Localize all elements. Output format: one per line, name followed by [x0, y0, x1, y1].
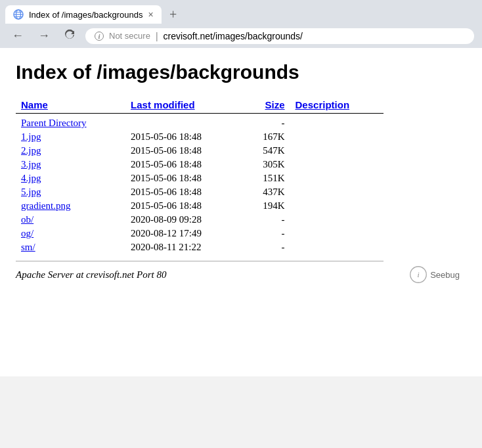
table-cell-description	[290, 144, 383, 158]
forward-button[interactable]: →	[34, 28, 54, 44]
table-cell-description	[290, 213, 383, 227]
table-row: 1.jpg2015-05-06 18:48167K	[16, 130, 383, 144]
table-row: og/2020-08-12 17:49-	[16, 227, 383, 240]
col-description-link[interactable]: Description	[296, 99, 350, 110]
table-cell-name: ob/	[16, 213, 125, 227]
tab-icon	[13, 9, 24, 20]
table-cell-description	[290, 116, 383, 130]
footer-divider	[16, 261, 383, 261]
url-text: crevisoft.net/images/backgrounds/	[164, 31, 303, 41]
not-secure-label: Not secure	[109, 31, 150, 41]
seebug-label: Seebug	[430, 270, 460, 280]
table-row: sm/2020-08-11 21:22-	[16, 240, 383, 254]
file-link[interactable]: 4.jpg	[21, 173, 41, 183]
table-cell-description	[290, 158, 383, 171]
directory-listing: Parent Directory-1.jpg2015-05-06 18:4816…	[16, 114, 383, 255]
table-cell-last-modified: 2015-05-06 18:48	[125, 144, 243, 158]
table-cell-last-modified: 2015-05-06 18:48	[125, 171, 243, 185]
url-separator: |	[156, 31, 158, 41]
table-cell-name: Parent Directory	[16, 116, 125, 130]
table-cell-description	[290, 199, 383, 213]
directory-table: Name Last modified Size Description Pare…	[16, 97, 383, 254]
table-cell-description	[290, 240, 383, 254]
tab-close-button[interactable]: ×	[148, 9, 153, 20]
col-header-last-modified[interactable]: Last modified	[125, 97, 243, 114]
file-link[interactable]: ob/	[21, 214, 33, 225]
col-header-name[interactable]: Name	[16, 97, 125, 114]
table-row: 2.jpg2015-05-06 18:48547K	[16, 144, 383, 158]
col-name-link[interactable]: Name	[21, 99, 48, 110]
file-link[interactable]: og/	[21, 228, 33, 238]
table-cell-description	[290, 130, 383, 144]
table-cell-size: 194K	[243, 199, 290, 213]
table-row: gradient.png2015-05-06 18:48194K	[16, 199, 383, 213]
col-header-description: Description	[290, 97, 383, 114]
tab-bar: Index of /images/backgrounds × +	[0, 0, 482, 24]
table-cell-size: 305K	[243, 158, 290, 171]
table-cell-description	[290, 171, 383, 185]
col-size-link[interactable]: Size	[265, 99, 285, 110]
table-cell-size: -	[243, 116, 290, 130]
table-cell-last-modified	[125, 116, 243, 130]
table-cell-name: 1.jpg	[16, 130, 125, 144]
table-cell-name: 5.jpg	[16, 185, 125, 199]
table-cell-description	[290, 185, 383, 199]
table-cell-description	[290, 227, 383, 240]
reload-icon	[64, 30, 75, 40]
table-row: 5.jpg2015-05-06 18:48437K	[16, 185, 383, 199]
table-cell-size: 167K	[243, 130, 290, 144]
table-cell-last-modified: 2015-05-06 18:48	[125, 185, 243, 199]
table-header-row: Name Last modified Size Description	[16, 97, 383, 114]
table-cell-last-modified: 2015-05-06 18:48	[125, 199, 243, 213]
table-cell-name: 4.jpg	[16, 171, 125, 185]
reload-button[interactable]	[60, 28, 79, 44]
table-row: 4.jpg2015-05-06 18:48151K	[16, 171, 383, 185]
footer: Apache Server at crevisoft.net Port 80 i…	[16, 265, 466, 284]
back-button[interactable]: ←	[8, 28, 28, 44]
file-link[interactable]: sm/	[21, 242, 35, 252]
footer-text: Apache Server at crevisoft.net Port 80	[16, 269, 166, 280]
table-cell-name: 2.jpg	[16, 144, 125, 158]
new-tab-button[interactable]: +	[164, 5, 183, 24]
browser-chrome: Index of /images/backgrounds × + ← → i N…	[0, 0, 482, 48]
table-cell-size: -	[243, 227, 290, 240]
tab-title: Index of /images/backgrounds	[29, 10, 142, 20]
seebug-badge: i Seebug	[409, 265, 460, 284]
table-cell-size: -	[243, 213, 290, 227]
file-link[interactable]: Parent Directory	[21, 118, 87, 128]
seebug-icon: i	[409, 265, 427, 284]
table-cell-size: 437K	[243, 185, 290, 199]
table-row: Parent Directory-	[16, 116, 383, 130]
table-cell-last-modified: 2020-08-09 09:28	[125, 213, 243, 227]
table-cell-name: gradient.png	[16, 199, 125, 213]
table-cell-last-modified: 2020-08-11 21:22	[125, 240, 243, 254]
address-bar: ← → i Not secure | crevisoft.net/images/…	[0, 24, 482, 48]
url-bar[interactable]: i Not secure | crevisoft.net/images/back…	[85, 28, 474, 44]
file-link[interactable]: 3.jpg	[21, 159, 41, 169]
table-cell-size: 547K	[243, 144, 290, 158]
table-row: ob/2020-08-09 09:28-	[16, 213, 383, 227]
file-link[interactable]: gradient.png	[21, 200, 70, 211]
col-header-size[interactable]: Size	[243, 97, 290, 114]
table-cell-last-modified: 2015-05-06 18:48	[125, 158, 243, 171]
table-cell-name: 3.jpg	[16, 158, 125, 171]
col-last-modified-link[interactable]: Last modified	[131, 99, 195, 110]
table-cell-size: -	[243, 240, 290, 254]
active-tab[interactable]: Index of /images/backgrounds ×	[5, 5, 162, 24]
page-title: Index of /images/backgrounds	[16, 61, 466, 83]
info-icon: i	[95, 32, 104, 41]
table-cell-last-modified: 2015-05-06 18:48	[125, 130, 243, 144]
svg-text:i: i	[418, 271, 420, 279]
file-link[interactable]: 5.jpg	[21, 187, 41, 197]
page-content: Index of /images/backgrounds Name Last m…	[0, 48, 482, 376]
table-cell-size: 151K	[243, 171, 290, 185]
table-row: 3.jpg2015-05-06 18:48305K	[16, 158, 383, 171]
table-cell-last-modified: 2020-08-12 17:49	[125, 227, 243, 240]
table-cell-name: sm/	[16, 240, 125, 254]
file-link[interactable]: 2.jpg	[21, 145, 41, 156]
table-cell-name: og/	[16, 227, 125, 240]
file-link[interactable]: 1.jpg	[21, 131, 41, 142]
